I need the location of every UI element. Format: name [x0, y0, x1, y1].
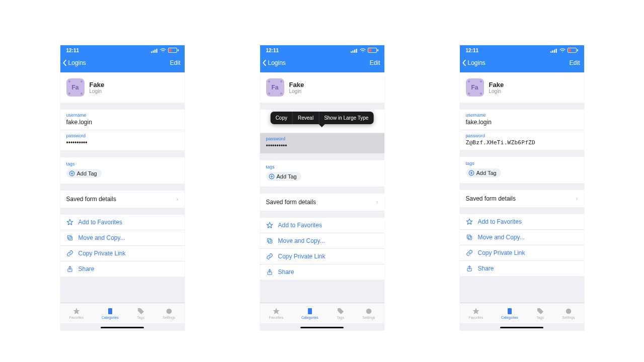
popover-reveal-button[interactable]: Reveal: [293, 112, 319, 124]
status-bar: 12:11: [260, 45, 384, 55]
svg-rect-30: [550, 51, 551, 53]
edit-button[interactable]: Edit: [170, 59, 181, 66]
svg-point-34: [562, 51, 563, 52]
share-icon: [66, 265, 73, 273]
tab-categories[interactable]: Categories: [301, 307, 318, 319]
item-subtitle: Login: [489, 88, 504, 94]
svg-rect-33: [556, 49, 557, 53]
tab-settings[interactable]: Settings: [163, 307, 175, 319]
tags-label: tags: [266, 164, 378, 169]
share-label: Share: [278, 268, 294, 276]
svg-rect-40: [467, 235, 470, 238]
device-screen-1: 12:11 Logins Edit Fa Fake Login us: [60, 45, 185, 330]
back-button[interactable]: Logins: [462, 59, 486, 66]
password-label: password: [466, 133, 578, 138]
star-icon: [66, 219, 73, 226]
item-icon: Fa: [266, 78, 284, 97]
status-icons: [151, 48, 179, 53]
svg-rect-13: [108, 308, 112, 314]
saved-form-label: Saved form details: [66, 196, 116, 203]
move-copy-button[interactable]: Move and Copy...: [460, 229, 584, 245]
add-to-favorites-button[interactable]: Add to Favorites: [460, 214, 584, 229]
add-tag-label: Add Tag: [77, 170, 97, 176]
star-icon: [272, 307, 280, 315]
context-popover: Copy Reveal Show in Large Type: [271, 112, 374, 124]
tag-icon: [337, 307, 345, 315]
tab-favorites[interactable]: Favorites: [468, 307, 483, 319]
saved-form-details-row[interactable]: Saved form details ›: [460, 190, 584, 207]
password-value-masked: ••••••••••: [266, 142, 378, 149]
back-button[interactable]: Logins: [262, 59, 286, 66]
saved-form-details-row[interactable]: Saved form details ›: [260, 194, 384, 211]
home-indicator[interactable]: [300, 327, 344, 328]
status-bar: 12:11: [460, 45, 584, 55]
svg-point-19: [362, 51, 363, 52]
copy-private-link-button[interactable]: Copy Private Link: [60, 245, 185, 261]
tab-categories-label: Categories: [102, 316, 119, 319]
back-button[interactable]: Logins: [62, 59, 86, 66]
add-tag-button[interactable]: Add Tag: [266, 172, 301, 181]
back-label: Logins: [268, 59, 286, 66]
tab-tags[interactable]: Tags: [337, 307, 345, 319]
item-title: Fake: [489, 81, 504, 88]
status-time: 12:11: [66, 48, 79, 53]
add-to-favorites-label: Add to Favorites: [478, 218, 522, 225]
plus-circle-icon: [468, 170, 474, 176]
username-field[interactable]: username fake.login: [60, 110, 185, 130]
item-subtitle: Login: [90, 88, 105, 94]
item-icon: Fa: [66, 78, 85, 97]
copy-private-link-button[interactable]: Copy Private Link: [460, 245, 584, 260]
username-label: username: [66, 113, 179, 118]
saved-form-details-row[interactable]: Saved form details ›: [60, 191, 185, 208]
share-button[interactable]: Share: [460, 260, 584, 276]
password-label: password: [266, 136, 378, 141]
tab-tags-label: Tags: [137, 316, 144, 319]
add-tag-button[interactable]: Add Tag: [466, 168, 501, 177]
svg-rect-28: [308, 308, 312, 314]
share-button[interactable]: Share: [60, 261, 185, 277]
tab-settings[interactable]: Settings: [562, 307, 575, 319]
tab-favorites[interactable]: Favorites: [69, 307, 84, 319]
tab-tags[interactable]: Tags: [536, 307, 544, 319]
wifi-icon: [160, 48, 166, 53]
cellular-icon: [550, 48, 557, 53]
copy-private-link-button[interactable]: Copy Private Link: [260, 248, 384, 264]
password-label: password: [66, 133, 179, 138]
svg-marker-38: [466, 219, 472, 224]
edit-button[interactable]: Edit: [370, 59, 380, 66]
home-indicator[interactable]: [500, 327, 543, 328]
move-copy-button[interactable]: Move and Copy...: [260, 233, 384, 248]
svg-rect-24: [268, 240, 272, 243]
password-field[interactable]: password ••••••••••: [60, 130, 185, 150]
tab-bar: Favorites Categories Tags Settings: [460, 303, 584, 323]
home-indicator[interactable]: [101, 327, 144, 328]
password-field-selected[interactable]: password ••••••••••: [260, 133, 384, 153]
svg-rect-16: [353, 50, 354, 52]
tab-tags[interactable]: Tags: [137, 307, 145, 319]
status-bar: 12:11: [60, 45, 185, 55]
popover-large-type-button[interactable]: Show in Large Type: [319, 112, 373, 124]
link-icon: [466, 249, 473, 256]
tab-favorites[interactable]: Favorites: [269, 307, 283, 319]
tab-categories-label: Categories: [301, 316, 318, 319]
edit-button[interactable]: Edit: [570, 59, 580, 66]
add-to-favorites-button[interactable]: Add to Favorites: [260, 218, 384, 233]
share-button[interactable]: Share: [260, 264, 384, 280]
tab-categories[interactable]: Categories: [102, 307, 119, 319]
add-to-favorites-label: Add to Favorites: [78, 219, 122, 226]
tab-favorites-label: Favorites: [69, 316, 84, 319]
wifi-icon: [559, 48, 566, 53]
username-field[interactable]: username fake.login: [460, 110, 584, 130]
chevron-right-icon: ›: [576, 195, 578, 202]
move-copy-label: Move and Copy...: [78, 234, 125, 241]
saved-form-label: Saved form details: [466, 195, 516, 202]
add-tag-button[interactable]: Add Tag: [66, 169, 102, 178]
popover-copy-button[interactable]: Copy: [271, 112, 293, 124]
password-field[interactable]: password Z@Bzf.XHeTi.WZb6PfZD: [460, 130, 584, 150]
tab-categories[interactable]: Categories: [501, 307, 518, 319]
star-icon: [472, 307, 480, 315]
tab-settings[interactable]: Settings: [362, 307, 375, 319]
username-value: fake.login: [66, 119, 179, 126]
move-copy-button[interactable]: Move and Copy...: [60, 230, 185, 245]
add-to-favorites-button[interactable]: Add to Favorites: [60, 215, 185, 230]
